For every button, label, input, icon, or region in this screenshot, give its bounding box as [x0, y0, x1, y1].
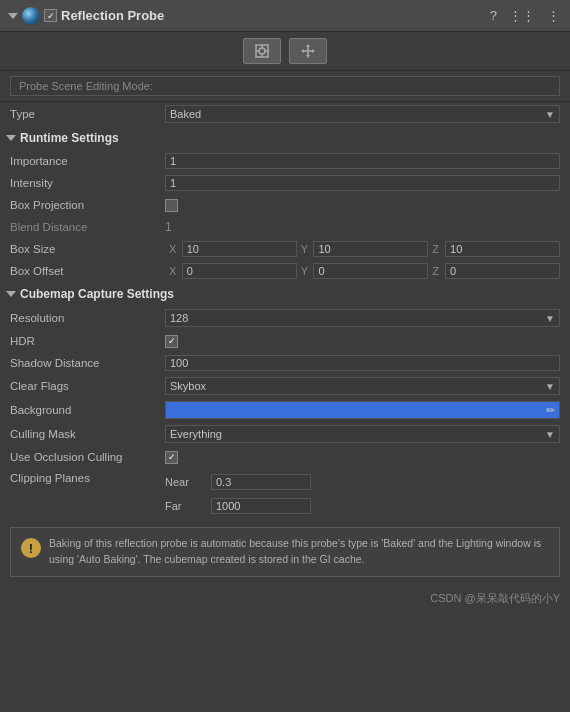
clear-flags-dropdown[interactable]: Skybox ▼ — [165, 377, 560, 395]
hdr-checkbox[interactable] — [165, 335, 178, 348]
preset-icon[interactable]: ⋮⋮ — [507, 6, 537, 25]
far-label: Far — [165, 500, 205, 512]
box-size-z-axis-label: Z — [432, 243, 443, 255]
reflection-probe-icon — [22, 7, 40, 25]
box-offset-y-input[interactable] — [313, 263, 428, 279]
type-field-row: Type Baked ▼ — [0, 102, 570, 126]
box-projection-checkbox[interactable] — [165, 199, 178, 212]
scene-edit-btn2[interactable] — [289, 38, 327, 64]
help-icon[interactable]: ? — [488, 6, 499, 25]
box-offset-z-axis-label: Z — [432, 265, 443, 277]
intensity-input[interactable] — [165, 175, 560, 191]
box-size-x-item: X — [169, 241, 297, 257]
probe-move-icon — [300, 43, 316, 59]
type-dropdown-arrow-icon: ▼ — [545, 109, 555, 120]
info-box: ! Baking of this reflection probe is aut… — [10, 527, 560, 577]
type-label: Type — [10, 108, 165, 120]
cubemap-settings-header[interactable]: Cubemap Capture Settings — [0, 282, 570, 306]
blend-distance-value: 1 — [165, 220, 172, 234]
type-value: Baked — [170, 108, 201, 120]
use-occlusion-checkbox[interactable] — [165, 451, 178, 464]
culling-mask-dropdown-arrow-icon: ▼ — [545, 429, 555, 440]
box-offset-xyz-group: X Y Z — [169, 263, 560, 279]
box-offset-z-item: Z — [432, 263, 560, 279]
box-offset-row: Box Offset X Y Z — [0, 260, 570, 282]
scene-edit-btn1[interactable] — [243, 38, 281, 64]
panel-header: Reflection Probe ? ⋮⋮ ⋮ — [0, 0, 570, 32]
box-offset-y-axis-label: Y — [301, 265, 312, 277]
box-size-x-axis-label: X — [169, 243, 180, 255]
box-size-y-item: Y — [301, 241, 429, 257]
box-offset-z-input[interactable] — [445, 263, 560, 279]
box-offset-x-axis-label: X — [169, 265, 180, 277]
clipping-planes-row: Clipping Planes Near Far — [0, 468, 570, 519]
panel-title: Reflection Probe — [61, 8, 164, 23]
probe-edit-icon1 — [254, 43, 270, 59]
far-input[interactable] — [211, 498, 311, 514]
runtime-settings-title: Runtime Settings — [20, 131, 119, 145]
type-dropdown[interactable]: Baked ▼ — [165, 105, 560, 123]
runtime-settings-triangle-icon — [6, 135, 16, 141]
near-input[interactable] — [211, 474, 311, 490]
importance-field-row: Importance — [0, 150, 570, 172]
shadow-distance-field-row: Shadow Distance — [0, 352, 570, 374]
svg-marker-8 — [306, 44, 310, 47]
importance-label: Importance — [10, 155, 165, 167]
importance-input[interactable] — [165, 153, 560, 169]
color-picker-icon: ✏ — [546, 404, 555, 417]
use-occlusion-field-row: Use Occlusion Culling — [0, 446, 570, 468]
culling-mask-label: Culling Mask — [10, 428, 165, 440]
shadow-distance-label: Shadow Distance — [10, 357, 165, 369]
cubemap-settings-title: Cubemap Capture Settings — [20, 287, 174, 301]
resolution-value: 128 — [170, 312, 188, 324]
resolution-label: Resolution — [10, 312, 165, 324]
clipping-planes-label: Clipping Planes — [10, 472, 165, 484]
box-size-xyz-group: X Y Z — [169, 241, 560, 257]
box-size-y-axis-label: Y — [301, 243, 312, 255]
box-size-label: Box Size — [10, 243, 165, 255]
culling-mask-dropdown[interactable]: Everything ▼ — [165, 425, 560, 443]
clear-flags-value: Skybox — [170, 380, 206, 392]
blend-distance-field-row: Blend Distance 1 — [0, 216, 570, 238]
intensity-label: Intensity — [10, 177, 165, 189]
background-label: Background — [10, 404, 165, 416]
box-offset-x-input[interactable] — [182, 263, 297, 279]
box-size-z-input[interactable] — [445, 241, 560, 257]
runtime-settings-header[interactable]: Runtime Settings — [0, 126, 570, 150]
clipping-far-row: Far — [165, 496, 560, 516]
collapse-triangle-icon[interactable] — [8, 13, 18, 19]
clipping-near-row: Near — [165, 472, 560, 492]
clear-flags-field-row: Clear Flags Skybox ▼ — [0, 374, 570, 398]
shadow-distance-input[interactable] — [165, 355, 560, 371]
watermark: CSDN @呆呆敲代码的小Y — [0, 585, 570, 612]
use-occlusion-label: Use Occlusion Culling — [10, 451, 165, 463]
hdr-field-row: HDR — [0, 330, 570, 352]
near-label: Near — [165, 476, 205, 488]
blend-distance-label: Blend Distance — [10, 221, 165, 233]
box-size-z-item: Z — [432, 241, 560, 257]
probe-scene-row: Probe Scene Editing Mode: — [0, 71, 570, 102]
background-field-row: Background ✏ — [0, 398, 570, 422]
svg-point-1 — [259, 48, 265, 54]
reflection-probe-panel: Reflection Probe ? ⋮⋮ ⋮ — [0, 0, 570, 612]
box-offset-y-item: Y — [301, 263, 429, 279]
info-warning-icon: ! — [21, 538, 41, 558]
resolution-dropdown-arrow-icon: ▼ — [545, 313, 555, 324]
cubemap-settings-triangle-icon — [6, 291, 16, 297]
resolution-dropdown[interactable]: 128 ▼ — [165, 309, 560, 327]
box-size-x-input[interactable] — [182, 241, 297, 257]
svg-marker-10 — [301, 49, 304, 53]
svg-marker-11 — [312, 49, 315, 53]
culling-mask-value: Everything — [170, 428, 222, 440]
box-offset-x-item: X — [169, 263, 297, 279]
toolbar-row — [0, 32, 570, 71]
watermark-text: CSDN @呆呆敲代码的小Y — [430, 592, 560, 604]
culling-mask-field-row: Culling Mask Everything ▼ — [0, 422, 570, 446]
background-color-swatch[interactable]: ✏ — [165, 401, 560, 419]
intensity-field-row: Intensity — [0, 172, 570, 194]
probe-scene-label: Probe Scene Editing Mode: — [10, 76, 560, 96]
enabled-checkbox[interactable] — [44, 9, 57, 22]
box-size-row: Box Size X Y Z — [0, 238, 570, 260]
box-size-y-input[interactable] — [313, 241, 428, 257]
menu-icon[interactable]: ⋮ — [545, 6, 562, 25]
